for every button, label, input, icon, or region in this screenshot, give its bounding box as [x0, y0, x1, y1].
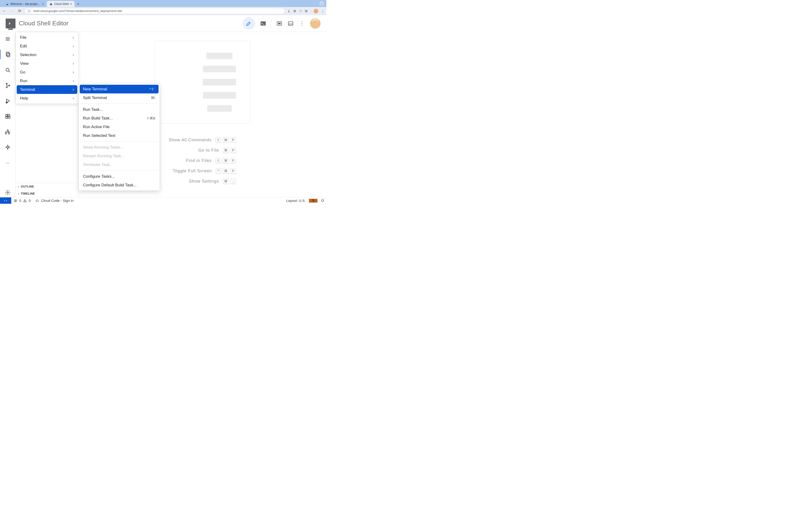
close-tab-icon[interactable]: ×: [70, 2, 72, 6]
command-hint-row: Toggle Full Screen^⌘F: [169, 168, 236, 174]
open-in-new-window-button[interactable]: [276, 20, 283, 27]
browser-menu-icon[interactable]: ⋮: [321, 9, 324, 13]
menu-separator: [80, 170, 159, 171]
keyboard-layout-status[interactable]: Layout: U.S.: [286, 199, 306, 203]
nav-forward-button[interactable]: →: [9, 8, 14, 14]
hint-label: Toggle Full Screen: [173, 169, 212, 173]
svg-point-10: [6, 68, 9, 71]
settings-gear-icon[interactable]: [3, 188, 12, 197]
source-control-icon[interactable]: [3, 81, 12, 90]
tab-overflow-button[interactable]: ⌄: [319, 1, 324, 6]
menubar-item-help[interactable]: Help›: [17, 94, 77, 103]
menubar-item-view[interactable]: View›: [17, 59, 77, 68]
submenu-item: Restart Running Task...: [80, 152, 159, 160]
extensions-icon[interactable]: ⧉: [305, 9, 308, 13]
open-terminal-button[interactable]: [260, 20, 266, 27]
submenu-item[interactable]: New Terminal^⇧`: [80, 85, 159, 94]
menubar-item-label: Terminal: [20, 87, 35, 92]
outline-section-header[interactable]: › OUTLINE: [15, 183, 78, 190]
chevron-right-icon: ›: [72, 35, 74, 40]
keyboard-shortcut: ⇧⌘B: [146, 116, 155, 120]
chevron-right-icon: ›: [18, 192, 19, 195]
svg-point-14: [9, 85, 10, 86]
submenu-item[interactable]: Run Active File: [80, 122, 159, 131]
hint-label: Find in Files: [186, 158, 212, 163]
notifications-button[interactable]: [321, 199, 324, 203]
menubar-item-terminal[interactable]: Terminal›: [17, 85, 77, 94]
error-count: 0: [19, 199, 21, 203]
svg-rect-8: [6, 52, 9, 56]
hint-keys: ^⌘F: [216, 168, 236, 174]
submenu-item[interactable]: Run Selected Text: [80, 131, 159, 140]
layout-toggle-button[interactable]: [287, 20, 294, 27]
menubar-item-file[interactable]: File›: [17, 33, 77, 42]
hint-keys: ⌘,: [223, 178, 236, 184]
menu-hamburger-button[interactable]: [3, 34, 12, 44]
bookmark-icon[interactable]: ☆: [299, 9, 302, 13]
submenu-item[interactable]: Split Terminal⌘\: [80, 94, 159, 102]
open-editor-button[interactable]: [243, 17, 255, 30]
app-title: Cloud Shell Editor: [19, 20, 68, 27]
tab-title: Welcome – lab-project-id-ex: [10, 2, 41, 6]
cloud-shell-logo-icon: [6, 18, 15, 29]
svg-rect-3: [288, 21, 293, 25]
tab-title: Cloud Shell: [54, 2, 68, 6]
overflow-icon[interactable]: ···: [3, 158, 12, 168]
nav-reload-button[interactable]: ⟳: [17, 8, 22, 14]
browser-tab-active[interactable]: ▣ Cloud Shell ×: [47, 1, 74, 7]
menubar-item-edit[interactable]: Edit›: [17, 42, 77, 50]
zoom-icon[interactable]: ⊕: [293, 9, 296, 13]
keycap: ⇧: [215, 137, 221, 143]
remote-indicator-button[interactable]: [0, 198, 11, 204]
menubar-item-selection[interactable]: Selection›: [17, 50, 77, 59]
svg-rect-17: [8, 114, 10, 116]
hint-label: Show Settings: [189, 179, 219, 184]
menubar-item-run[interactable]: Run›: [17, 76, 77, 85]
submenu-item[interactable]: Run Build Task...⇧⌘B: [80, 114, 159, 122]
cloud-code-status[interactable]: Cloud Code - Sign in: [33, 199, 76, 203]
error-icon: [14, 199, 17, 203]
submenu-item-label: Run Selected Text: [83, 133, 115, 138]
install-app-icon[interactable]: ⤓: [287, 9, 290, 13]
close-tab-icon[interactable]: ×: [42, 2, 44, 6]
submenu-item[interactable]: Configure Default Build Task...: [80, 181, 159, 189]
submenu-item: Show Running Tasks...: [80, 143, 159, 152]
command-hint-row: Show Settings⌘,: [169, 178, 236, 184]
submenu-item[interactable]: Configure Tasks...: [80, 172, 159, 181]
svg-line-11: [9, 71, 10, 72]
run-debug-icon[interactable]: [3, 96, 12, 106]
submenu-item-label: Configure Tasks...: [83, 174, 115, 179]
cloud-code-label: Cloud Code - Sign in: [41, 199, 73, 203]
browser-tab[interactable]: ☁ Welcome – lab-project-id-ex ×: [3, 1, 46, 7]
hint-label: Show All Commands: [169, 137, 212, 143]
explorer-icon[interactable]: [3, 50, 12, 59]
cloud-code-icon[interactable]: [3, 127, 12, 136]
svg-rect-2: [278, 22, 281, 24]
nav-back-button[interactable]: ←: [2, 8, 7, 14]
status-accent-button[interactable]: [309, 199, 317, 203]
more-menu-button[interactable]: ⋮: [299, 20, 305, 27]
submenu-item: Terminate Task...: [80, 160, 159, 169]
hint-keys: ⌘P: [223, 148, 236, 153]
keycap: F: [231, 168, 236, 174]
hint-keys: ⇧⌘P: [215, 137, 236, 143]
problems-status[interactable]: 0 0: [11, 199, 33, 203]
browser-toolbar: ← → ⟳ ≡ shell.cloud.google.com/?show=ide…: [0, 7, 326, 15]
submenu-item[interactable]: Run Task...: [80, 105, 159, 114]
user-avatar[interactable]: [310, 18, 321, 29]
new-tab-button[interactable]: +: [75, 1, 82, 7]
site-info-icon[interactable]: ≡: [27, 9, 31, 13]
ai-sparkle-icon[interactable]: [3, 143, 12, 152]
timeline-section-header[interactable]: › TIMELINE: [15, 190, 78, 197]
keyboard-shortcut: ⌘\: [151, 96, 155, 100]
extensions-icon[interactable]: [3, 112, 12, 121]
warning-count: 0: [29, 199, 31, 203]
menubar-item-go[interactable]: Go›: [17, 68, 77, 76]
menubar-popup: File›Edit›Selection›View›Go›Run›Terminal…: [15, 32, 79, 104]
chevron-right-icon: ›: [72, 61, 74, 66]
browser-profile-avatar[interactable]: [313, 9, 318, 13]
address-bar[interactable]: ≡ shell.cloud.google.com/?show=ide&envir…: [24, 8, 285, 14]
workspace: ··· › OUTLINE › TIMELINE: [0, 32, 326, 197]
menubar-item-label: Edit: [20, 44, 27, 49]
search-icon[interactable]: [3, 65, 12, 75]
